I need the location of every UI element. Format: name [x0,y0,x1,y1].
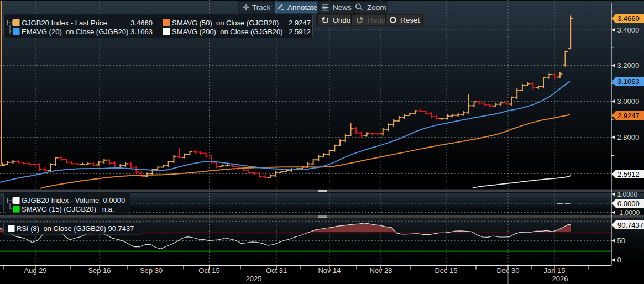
svg-text:SMAVG (15) (GJGB20) n.a.: SMAVG (15) (GJGB20) n.a. [22,205,114,213]
svg-text:Oct 15: Oct 15 [198,266,219,275]
svg-text:2.5912: 2.5912 [617,170,640,178]
svg-text:Sep 30: Sep 30 [140,266,163,275]
svg-text:Redo: Redo [368,16,385,24]
svg-text:2.9247: 2.9247 [617,112,640,120]
svg-text:3.1063: 3.1063 [617,77,640,86]
svg-text:Oct 31: Oct 31 [266,266,287,275]
svg-text:3.2000: 3.2000 [617,61,640,70]
svg-text:RSI (8) on Close (GJGB20) 90.: RSI (8) on Close (GJGB20) 90.7437 [17,224,134,233]
svg-text:2025: 2025 [246,275,262,283]
svg-text:Jan 15: Jan 15 [543,266,565,275]
svg-text:0.0000: 0.0000 [617,199,640,208]
svg-text:Zoom: Zoom [367,3,386,12]
svg-text:50: 50 [617,236,625,245]
svg-text:Nov 14: Nov 14 [318,266,341,275]
svg-text:1.0000: 1.0000 [617,191,638,198]
svg-text:3.0000: 3.0000 [617,97,640,106]
svg-text:News: News [333,3,352,12]
svg-text:3.4000: 3.4000 [617,26,640,34]
svg-text:SMAVG (200) on Close (GJGB20): SMAVG (200) on Close (GJGB20) [172,28,283,36]
svg-text:Dec 15: Dec 15 [434,266,457,275]
svg-text:Aug 29: Aug 29 [24,266,46,275]
svg-text:2.8000: 2.8000 [617,133,640,141]
svg-text:2026: 2026 [552,275,568,283]
svg-text:SMAVG (50) on Close (GJGB20): SMAVG (50) on Close (GJGB20) [172,19,279,27]
svg-text:2.5912: 2.5912 [289,28,311,36]
svg-text:0: 0 [617,256,621,264]
svg-text:GJGB20 Index - Volume 0.0000: GJGB20 Index - Volume 0.0000 [22,196,125,204]
svg-text:Reset: Reset [400,16,420,24]
svg-text:Track: Track [252,3,270,12]
svg-text:Annotate: Annotate [287,3,317,12]
svg-text:90.7437: 90.7437 [617,221,643,229]
svg-text:3.4660: 3.4660 [617,14,640,23]
svg-text:EMAVG (20) on Close (GJGB20): EMAVG (20) on Close (GJGB20) [22,28,128,36]
svg-text:Sep 16: Sep 16 [88,266,111,275]
svg-text:2.9247: 2.9247 [289,19,311,27]
svg-text:3.1063: 3.1063 [130,28,153,36]
svg-text:GJGB20 Index - Last Price: GJGB20 Index - Last Price [22,19,107,27]
svg-text:Nov 28: Nov 28 [369,266,392,275]
svg-text:-1.0000: -1.0000 [617,209,640,217]
svg-text:Undo: Undo [333,16,350,24]
svg-text:3.4660: 3.4660 [130,19,153,27]
